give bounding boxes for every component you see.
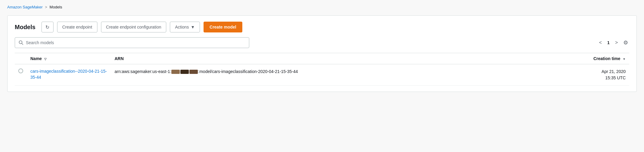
creation-time: 15:35 UTC [585,75,626,81]
breadcrumb-current: Models [50,5,62,9]
create-endpoint-button[interactable]: Create endpoint [57,22,97,32]
model-name-link[interactable]: cars-imageclassification--2020-04-21-15-… [30,69,107,80]
svg-line-1 [22,44,23,45]
page-title: Models [15,24,35,31]
col-header-arn: ARN [111,53,581,64]
col-creation-label: Creation time [593,56,620,61]
page-container: Amazon SageMaker > Models Models ↻ Creat… [0,0,644,97]
breadcrumb: Amazon SageMaker > Models [7,5,637,9]
row-creation-cell: Apr 21, 2020 15:35 UTC [581,64,629,86]
table-header-row: Name ▽ ARN Creation time ▼ [15,53,629,64]
dropdown-icon: ▼ [191,25,195,29]
main-card: Models ↻ Create endpoint Create endpoint… [7,15,637,92]
name-sort-icon: ▽ [44,57,47,61]
col-header-checkbox [15,53,27,64]
search-row: < 1 > ⚙ [15,37,629,48]
row-radio-button[interactable] [18,68,23,73]
redacted-block-3 [189,70,198,74]
row-name-cell: cars-imageclassification--2020-04-21-15-… [27,64,111,86]
breadcrumb-parent-link[interactable]: Amazon SageMaker [7,5,43,9]
models-table: Name ▽ ARN Creation time ▼ [15,53,629,86]
refresh-icon: ↻ [45,24,49,30]
redacted-block-2 [180,70,189,74]
table-row: cars-imageclassification--2020-04-21-15-… [15,64,629,86]
header-row: Models ↻ Create endpoint Create endpoint… [15,22,629,32]
create-endpoint-config-button[interactable]: Create endpoint configuration [101,22,167,32]
arn-suffix: :model/cars-imageclassification-2020-04-… [198,69,298,74]
pagination-prev-button[interactable]: < [597,39,604,47]
search-input[interactable] [26,40,245,45]
creation-date: Apr 21, 2020 [585,68,626,75]
breadcrumb-separator: > [45,5,47,9]
pagination-next-button[interactable]: > [613,39,620,47]
create-model-button[interactable]: Create model [204,22,242,32]
row-arn-cell: arn:aws:sagemaker:us-east-1::model/cars-… [111,64,581,86]
pagination-controls: < 1 > ⚙ [597,38,629,47]
table-body: cars-imageclassification--2020-04-21-15-… [15,64,629,86]
arn-prefix: arn:aws:sagemaker:us-east-1: [115,69,171,74]
creation-sort-icon: ▼ [623,57,626,61]
redacted-block-1 [171,70,180,74]
search-icon [19,40,23,45]
pagination-current-page: 1 [606,40,611,45]
col-header-creation[interactable]: Creation time ▼ [581,53,629,64]
table-settings-button[interactable]: ⚙ [622,38,629,47]
col-arn-label: ARN [115,56,124,61]
actions-button[interactable]: Actions ▼ [170,22,200,32]
refresh-button[interactable]: ↻ [41,22,54,32]
actions-label: Actions [175,25,189,29]
search-container [15,37,249,48]
col-name-label: Name [30,56,42,61]
row-checkbox-cell [15,64,27,86]
table-container: Name ▽ ARN Creation time ▼ [15,53,629,86]
col-header-name[interactable]: Name ▽ [27,53,111,64]
